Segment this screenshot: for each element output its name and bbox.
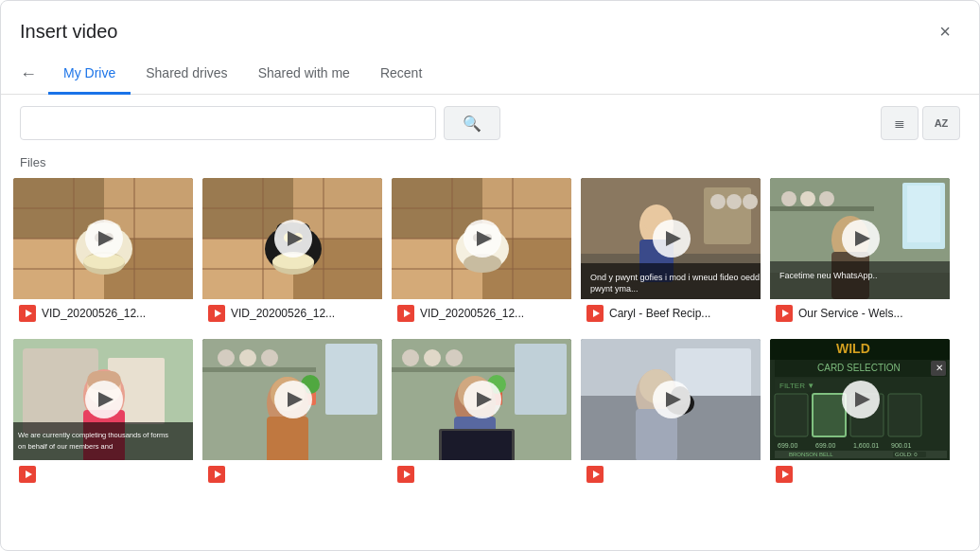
- svg-point-79: [800, 191, 815, 206]
- file-type-icon: [586, 305, 604, 322]
- file-type-icon: [208, 305, 225, 322]
- svg-point-80: [819, 191, 834, 206]
- list-item[interactable]: Ond y pwynt gofies i mod i wneud fideo o…: [580, 177, 761, 330]
- svg-text:Ond y pwynt gofies i mod i wne: Ond y pwynt gofies i mod i wneud fideo o…: [590, 273, 761, 282]
- file-type-icon: [397, 305, 414, 322]
- svg-text:✕: ✕: [936, 363, 943, 373]
- file-type-icon: [19, 305, 36, 322]
- file-type-icon: [208, 466, 225, 483]
- thumbnail: [392, 339, 572, 460]
- thumbnail: [13, 178, 194, 299]
- thumbnail: Facetime neu WhatsApp..: [770, 178, 951, 299]
- file-name: VID_20200526_12...: [420, 307, 524, 320]
- svg-text:699.00: 699.00: [815, 442, 836, 449]
- play-button: [842, 381, 880, 418]
- search-icon: 🔍: [463, 115, 481, 133]
- svg-text:WILD: WILD: [836, 341, 870, 356]
- back-icon: ←: [20, 64, 37, 84]
- file-info: [392, 460, 571, 490]
- thumbnail: Ond y pwynt gofies i mod i wneud fideo o…: [581, 178, 761, 299]
- list-item[interactable]: [391, 338, 572, 491]
- file-info: Our Service - Wels...: [770, 299, 950, 329]
- thumbnail: [202, 178, 383, 299]
- file-name: VID_20200526_12...: [231, 307, 335, 320]
- dialog-title: Insert video: [20, 21, 117, 43]
- svg-text:900.01: 900.01: [891, 442, 912, 449]
- svg-rect-77: [770, 206, 874, 211]
- tab-shared-drives[interactable]: Shared drives: [131, 54, 242, 95]
- file-type-icon: [776, 305, 793, 322]
- thumbnail: [392, 178, 572, 299]
- svg-point-121: [446, 349, 463, 366]
- svg-text:CARD SELECTION: CARD SELECTION: [817, 363, 901, 373]
- search-input[interactable]: [20, 106, 436, 140]
- dialog-header: Insert video ×: [1, 1, 979, 46]
- svg-text:BRONSON BELL: BRONSON BELL: [789, 452, 833, 457]
- file-info: VID_20200526_12...: [13, 299, 193, 329]
- list-icon: ≣: [894, 116, 905, 131]
- play-button: [85, 220, 123, 258]
- sort-icon: AZ: [935, 117, 949, 129]
- file-info: Caryl - Beef Recip...: [581, 299, 761, 329]
- list-item[interactable]: VID_20200526_12...: [391, 177, 572, 330]
- play-button: [464, 220, 501, 258]
- file-info: [202, 460, 382, 490]
- play-button: [464, 381, 501, 418]
- file-name: VID_20200526_12...: [42, 307, 146, 320]
- svg-point-120: [424, 349, 441, 366]
- svg-text:Facetime neu WhatsApp..: Facetime neu WhatsApp..: [779, 271, 878, 280]
- play-button: [85, 381, 123, 418]
- svg-text:pwynt yma...: pwynt yma...: [590, 284, 639, 293]
- file-name: Caryl - Beef Recip...: [609, 307, 710, 320]
- list-item[interactable]: We are currently completing thousands of…: [12, 338, 194, 491]
- list-view-button[interactable]: ≣: [881, 106, 919, 140]
- tab-recent[interactable]: Recent: [365, 54, 437, 95]
- view-controls: ≣ AZ: [881, 106, 960, 140]
- svg-point-78: [781, 191, 796, 206]
- svg-text:on behalf of our members and: on behalf of our members and: [18, 442, 113, 451]
- svg-rect-157: [813, 394, 846, 436]
- thumbnail: [581, 339, 761, 460]
- file-info: VID_20200526_12...: [202, 299, 382, 329]
- dialog-container: Insert video × ← My Drive Shared drives …: [1, 1, 979, 491]
- file-type-icon: [586, 466, 604, 483]
- list-item[interactable]: WILD CARD SELECTION ✕ FILTER ▼: [769, 338, 951, 491]
- play-button: [274, 220, 312, 258]
- list-item[interactable]: [201, 338, 383, 491]
- file-type-icon: [776, 466, 793, 483]
- svg-text:1,600.01: 1,600.01: [853, 442, 879, 449]
- file-type-icon: [19, 466, 36, 483]
- svg-rect-104: [202, 367, 316, 372]
- tab-my-drive[interactable]: My Drive: [48, 54, 131, 95]
- svg-rect-84: [770, 261, 951, 299]
- tabs-bar: ← My Drive Shared drives Shared with me …: [1, 54, 979, 95]
- svg-text:GOLD: 0: GOLD: 0: [895, 452, 918, 457]
- svg-rect-76: [907, 186, 940, 242]
- play-button: [274, 381, 312, 418]
- svg-point-62: [710, 194, 726, 209]
- thumbnail: [202, 339, 383, 460]
- tab-shared-with-me[interactable]: Shared with me: [243, 54, 365, 95]
- play-button: [842, 220, 880, 258]
- list-item[interactable]: VID_20200526_12...: [201, 177, 383, 330]
- list-item[interactable]: Facetime neu WhatsApp.. Our Service - We…: [769, 177, 951, 330]
- svg-point-64: [743, 194, 758, 209]
- close-button[interactable]: ×: [930, 16, 960, 46]
- svg-text:FILTER ▼: FILTER ▼: [779, 382, 814, 390]
- svg-point-107: [261, 349, 278, 366]
- file-info: [13, 460, 193, 490]
- list-item[interactable]: [580, 338, 761, 491]
- search-bar: 🔍 ≣ AZ: [1, 95, 979, 151]
- list-item[interactable]: VID_20200526_12...: [12, 177, 194, 330]
- svg-rect-103: [325, 344, 377, 415]
- sort-button[interactable]: AZ: [922, 106, 960, 140]
- section-label: Files: [1, 151, 979, 177]
- file-type-icon: [397, 466, 414, 483]
- back-button[interactable]: ←: [20, 64, 37, 84]
- file-info: [770, 460, 950, 490]
- files-grid: VID_20200526_12...: [1, 177, 979, 491]
- svg-rect-156: [888, 394, 921, 436]
- search-button[interactable]: 🔍: [444, 106, 500, 140]
- svg-rect-118: [392, 367, 515, 372]
- file-info: VID_20200526_12...: [392, 299, 571, 329]
